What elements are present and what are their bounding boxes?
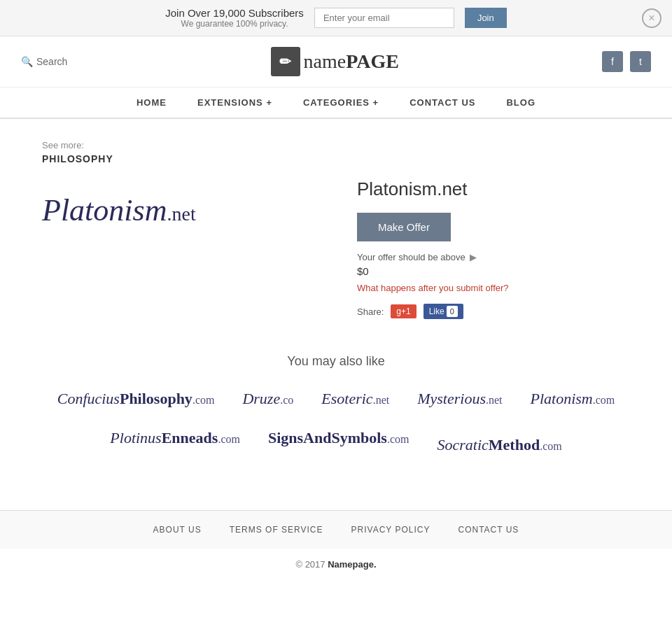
suggestion-ext: .net	[373, 394, 390, 406]
offer-price: $0	[357, 265, 630, 277]
suggestion-ext: .com	[218, 433, 240, 445]
breadcrumb-category[interactable]: PHILOSOPHY	[42, 153, 630, 164]
suggestion-name-bold: Philosophy	[120, 390, 192, 407]
suggestion-mysterious[interactable]: Mysterious.net	[417, 390, 502, 408]
top-banner: Join Over 19,000 Subscribers We guarante…	[0, 0, 672, 36]
suggestion-plotinus[interactable]: PlotinusEnneads.com	[110, 429, 240, 454]
search-label: Search	[36, 56, 67, 67]
see-more-label: See more:	[42, 140, 630, 150]
share-label: Share:	[357, 307, 384, 317]
suggestion-esoteric[interactable]: Esoteric.net	[321, 390, 389, 408]
header: 🔍 Search ✏ namePAGE f t	[0, 36, 672, 87]
suggestion-name: Mysterious	[417, 390, 486, 407]
domain-logo-display: Platonism.net	[42, 178, 315, 228]
offer-hint: Your offer should be above ▶	[357, 252, 630, 262]
suggestion-druze[interactable]: Druze.co	[242, 390, 293, 408]
email-input[interactable]	[314, 8, 454, 28]
suggestions-section: You may also like ConfuciusPhilosophy.co…	[42, 354, 630, 454]
logo-text: namePAGE	[304, 51, 399, 73]
suggestion-name-bold: Method	[489, 436, 540, 453]
suggestion-name-italic: Confucius	[57, 390, 120, 407]
offer-hint-text: Your offer should be above	[357, 252, 465, 262]
fb-like-label: Like	[429, 307, 444, 316]
suggestion-name-italic: Socratic	[437, 436, 488, 453]
domain-title: Platonism.net	[357, 178, 630, 200]
social-icons: f t	[602, 51, 651, 72]
facebook-icon[interactable]: f	[602, 51, 623, 72]
navigation: HOME EXTENSIONS + CATEGORIES + CONTACT U…	[0, 87, 672, 119]
footer: ABOUT US TERMS OF SERVICE PRIVACY POLICY…	[0, 511, 672, 549]
suggestion-confucius[interactable]: ConfuciusPhilosophy.com	[57, 390, 215, 408]
copyright-brand: Namepage.	[328, 559, 376, 570]
facebook-like-button[interactable]: Like 0	[424, 304, 463, 319]
suggestion-ext: .com	[540, 440, 562, 452]
suggestion-name: Druze	[242, 390, 280, 407]
main-content: See more: PHILOSOPHY Platonism.net Plato…	[0, 119, 672, 489]
logo-icon: ✏	[271, 47, 300, 76]
banner-subtitle: We guarantee 100% privacy.	[165, 19, 304, 29]
suggestion-signs[interactable]: SignsAndSymbols.com	[268, 429, 410, 454]
suggestion-name-bold: SignsAndSymbols	[268, 429, 387, 446]
footer-contact[interactable]: CONTACT US	[458, 525, 519, 535]
logo[interactable]: ✏ namePAGE	[271, 47, 399, 76]
logo-icon-letter: ✏	[279, 53, 291, 70]
suggestion-ext: .co	[280, 394, 293, 406]
suggestions-title: You may also like	[42, 354, 630, 369]
logo-name: name	[304, 50, 346, 72]
suggestion-platonism[interactable]: Platonism.com	[531, 390, 615, 408]
banner-text: Join Over 19,000 Subscribers We guarante…	[165, 7, 304, 29]
fb-like-count: 0	[447, 306, 458, 317]
domain-name-italic: Platonism	[42, 193, 167, 227]
domain-ext-display: .net	[167, 203, 195, 225]
offer-hint-arrow: ▶	[470, 252, 477, 262]
search-icon: 🔍	[21, 56, 33, 67]
suggestion-name-bold: Enneads	[162, 429, 218, 446]
close-banner-button[interactable]: ×	[642, 8, 662, 28]
suggestion-ext: .net	[486, 394, 503, 406]
offer-faq-link[interactable]: What happens after you submit offer?	[357, 283, 630, 293]
nav-home[interactable]: HOME	[121, 87, 182, 119]
suggestion-ext: .com	[387, 433, 410, 445]
logo-page: PAGE	[346, 50, 399, 72]
twitter-icon[interactable]: t	[630, 51, 651, 72]
join-button[interactable]: Join	[465, 8, 507, 28]
suggestions-grid: ConfuciusPhilosophy.com Druze.co Esoteri…	[42, 390, 630, 454]
suggestion-socratic[interactable]: SocraticMethod.com	[437, 436, 561, 454]
make-offer-button[interactable]: Make Offer	[357, 213, 451, 241]
footer-terms[interactable]: TERMS OF SERVICE	[230, 525, 323, 535]
footer-about[interactable]: ABOUT US	[153, 525, 202, 535]
banner-title: Join Over 19,000 Subscribers	[165, 7, 304, 19]
nav-blog[interactable]: BLOG	[491, 87, 551, 119]
domain-section: Platonism.net Platonism.net Make Offer Y…	[42, 178, 630, 319]
gplus-button[interactable]: g+1	[391, 304, 416, 318]
footer-privacy[interactable]: PRIVACY POLICY	[351, 525, 430, 535]
copyright: © 2017 Namepage.	[0, 549, 672, 580]
domain-info: Platonism.net Make Offer Your offer shou…	[357, 178, 630, 319]
suggestion-ext: .com	[593, 394, 615, 406]
suggestion-name-italic: Plotinus	[110, 429, 161, 446]
suggestion-name: Esoteric	[321, 390, 372, 407]
search-area[interactable]: 🔍 Search	[21, 56, 67, 67]
suggestion-name: Platonism	[531, 390, 593, 407]
suggestion-ext: .com	[192, 394, 215, 406]
nav-categories[interactable]: CATEGORIES +	[288, 87, 394, 119]
copyright-year: © 2017	[295, 559, 325, 570]
nav-extensions[interactable]: EXTENSIONS +	[182, 87, 288, 119]
nav-contact[interactable]: CONTACT US	[394, 87, 491, 119]
share-row: Share: g+1 Like 0	[357, 304, 630, 319]
